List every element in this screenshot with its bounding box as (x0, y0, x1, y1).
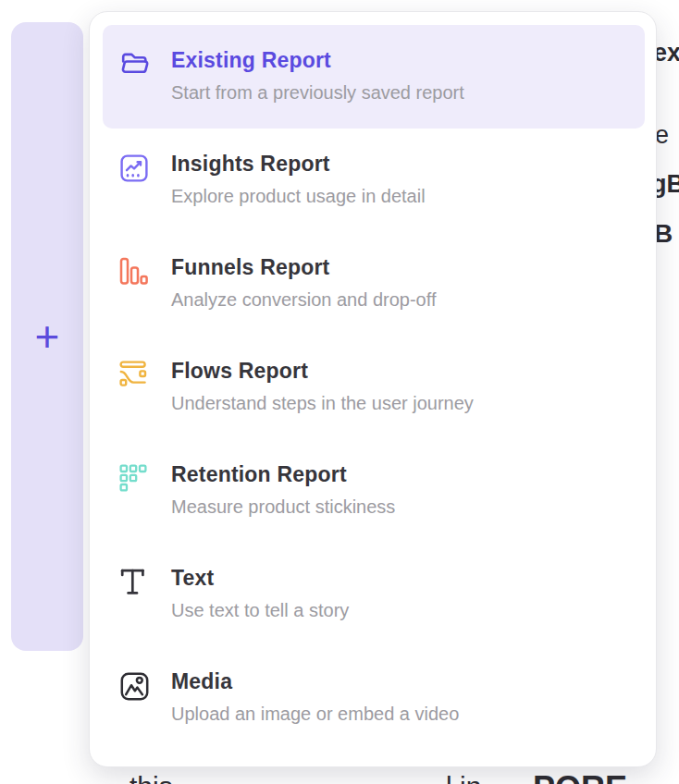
menu-item-retention-report[interactable]: Retention Report Measure product stickin… (103, 439, 645, 543)
menu-item-subtitle: Analyze conversion and drop-off (171, 289, 436, 310)
menu-item-subtitle: Start from a previously saved report (171, 82, 464, 103)
menu-item-title: Insights Report (171, 153, 426, 176)
menu-item-subtitle: Use text to tell a story (171, 600, 349, 620)
media-icon (119, 671, 153, 702)
app-background: exiegBBthisl inPORE + Existing Report St… (0, 0, 679, 784)
retention-icon (119, 464, 153, 493)
flows-icon (119, 361, 153, 387)
menu-item-title: Flows Report (171, 360, 474, 383)
menu-item-title: Existing Report (171, 49, 464, 72)
background-text-fragment: this (130, 773, 173, 784)
menu-item-subtitle: Measure product stickiness (171, 496, 395, 517)
menu-item-media[interactable]: Media Upload an image or embed a video (103, 646, 645, 750)
funnels-icon (119, 257, 153, 286)
menu-item-existing-report[interactable]: Existing Report Start from a previously … (103, 25, 645, 129)
text-icon (119, 568, 153, 596)
menu-item-funnels-report[interactable]: Funnels Report Analyze conversion and dr… (103, 232, 645, 336)
menu-item-title: Funnels Report (171, 256, 436, 279)
menu-item-subtitle: Explore product usage in detail (171, 186, 426, 206)
menu-item-flows-report[interactable]: Flows Report Understand steps in the use… (103, 336, 645, 439)
folder-icon (119, 50, 153, 78)
insights-icon (119, 153, 153, 183)
background-text-fragment: B (654, 221, 673, 247)
menu-item-title: Retention Report (171, 463, 395, 486)
menu-item-insights-report[interactable]: Insights Report Explore product usage in… (103, 129, 645, 232)
background-text-fragment: ex (653, 41, 679, 66)
menu-item-text[interactable]: Text Use text to tell a story (103, 543, 645, 646)
add-button[interactable]: + (35, 315, 60, 358)
menu-item-title: Media (171, 670, 459, 693)
background-text-fragment: PORE (533, 772, 627, 784)
add-section-rail: + (11, 22, 83, 651)
background-text-fragment: l in (446, 773, 481, 784)
menu-item-title: Text (171, 567, 349, 590)
menu-item-subtitle: Understand steps in the user journey (171, 393, 474, 413)
menu-item-subtitle: Upload an image or embed a video (171, 704, 459, 724)
add-content-menu: Existing Report Start from a previously … (89, 11, 657, 767)
